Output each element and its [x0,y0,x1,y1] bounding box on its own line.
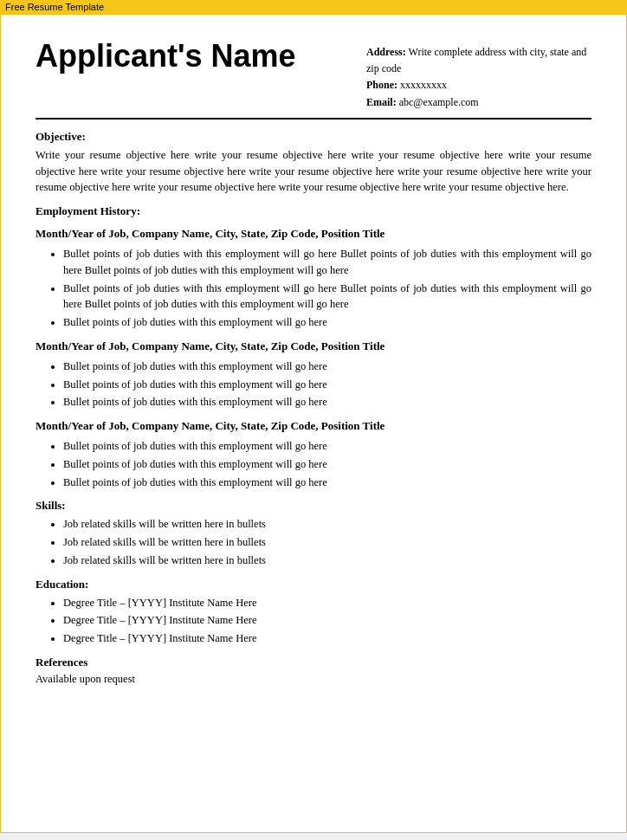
skills-section: Skills: Job related skills will be writt… [36,499,591,568]
objective-section: Objective: Write your resume objective h… [36,130,591,196]
list-item: Bullet points of job duties with this em… [63,359,591,375]
objective-title: Objective: [36,130,591,144]
references-title: References [36,656,591,669]
job-title-2: Month/Year of Job, Company Name, City, S… [36,339,591,353]
list-item: Bullet points of job duties with this em… [63,246,591,279]
watermark-bar: Free Resume Template [0,0,627,14]
list-item: Degree Title – [YYYY] Institute Name Her… [63,612,591,629]
references-text: Available upon request [36,673,591,686]
list-item: Job related skills will be written here … [63,516,591,533]
job-bullets-1: Bullet points of job duties with this em… [63,246,591,331]
employment-title: Employment History: [36,204,591,218]
objective-text: Write your resume objective here write y… [36,147,591,196]
education-title: Education: [36,578,591,591]
list-item: Job related skills will be written here … [63,552,591,569]
job-title-3: Month/Year of Job, Company Name, City, S… [36,419,591,433]
contact-info: Address: Write complete address with cit… [366,39,591,111]
list-item: Bullet points of job duties with this em… [63,377,591,393]
list-item: Degree Title – [YYYY] Institute Name Her… [63,630,591,647]
applicant-name: Applicant's Name [36,39,296,74]
header-divider [36,118,591,120]
skills-list: Job related skills will be written here … [63,516,591,568]
job-bullets-3: Bullet points of job duties with this em… [63,438,591,490]
references-section: References Available upon request [36,656,591,686]
email-line: Email: abc@example.com [366,94,591,111]
list-item: Degree Title – [YYYY] Institute Name Her… [63,595,591,611]
phone-label: Phone: [366,79,398,91]
job-entry-1: Month/Year of Job, Company Name, City, S… [36,227,591,331]
resume-page: Applicant's Name Address: Write complete… [0,14,627,833]
list-item: Bullet points of job duties with this em… [63,281,591,313]
job-entry-2: Month/Year of Job, Company Name, City, S… [36,339,591,410]
list-item: Bullet points of job duties with this em… [63,438,591,455]
job-entry-3: Month/Year of Job, Company Name, City, S… [36,419,591,490]
email-label: Email: [366,96,397,108]
list-item: Bullet points of job duties with this em… [63,314,591,331]
phone-line: Phone: xxxxxxxxx [366,77,591,94]
email-value: abc@example.com [399,96,479,108]
skills-title: Skills: [36,499,591,513]
list-item: Job related skills will be written here … [63,534,591,551]
job-bullets-2: Bullet points of job duties with this em… [63,359,591,410]
list-item: Bullet points of job duties with this em… [63,475,591,491]
address-line: Address: Write complete address with cit… [366,44,591,77]
education-section: Education: Degree Title – [YYYY] Institu… [36,578,591,647]
job-title-1: Month/Year of Job, Company Name, City, S… [36,227,591,241]
education-list: Degree Title – [YYYY] Institute Name Her… [63,595,591,647]
watermark-text: Free Resume Template [5,2,104,12]
address-label: Address: [366,46,406,58]
employment-section: Employment History: Month/Year of Job, C… [36,204,591,490]
list-item: Bullet points of job duties with this em… [63,456,591,473]
header-section: Applicant's Name Address: Write complete… [36,39,591,111]
phone-value: xxxxxxxxx [400,79,447,91]
list-item: Bullet points of job duties with this em… [63,394,591,410]
